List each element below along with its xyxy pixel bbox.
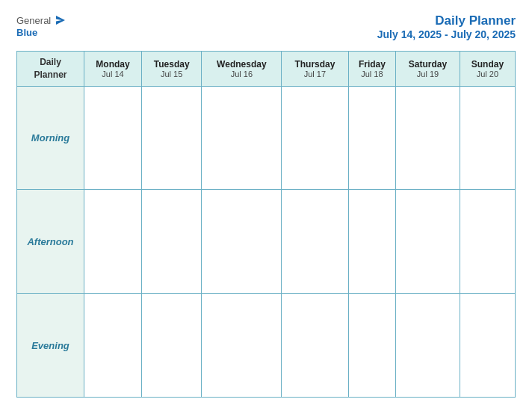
day-date-wednesday: Jul 16 <box>205 69 278 78</box>
day-date-sunday: Jul 20 <box>463 69 512 78</box>
day-name-thursday: Thursday <box>285 59 344 69</box>
day-date-monday: Jul 14 <box>87 69 138 78</box>
morning-tuesday-cell[interactable] <box>141 86 201 190</box>
afternoon-sunday-cell[interactable] <box>460 190 515 294</box>
afternoon-label: Afternoon <box>17 190 84 294</box>
day-date-thursday: Jul 17 <box>285 69 344 78</box>
evening-tuesday-cell[interactable] <box>141 294 201 398</box>
logo: General Blue <box>16 13 67 38</box>
evening-saturday-cell[interactable] <box>396 294 460 398</box>
col-header-tuesday: Tuesday Jul 15 <box>141 52 201 87</box>
evening-sunday-cell[interactable] <box>460 294 515 398</box>
day-date-saturday: Jul 19 <box>399 69 456 78</box>
day-name-tuesday: Tuesday <box>145 59 198 69</box>
svg-marker-0 <box>56 16 65 25</box>
logo-blue-text: Blue <box>16 27 37 38</box>
day-name-monday: Monday <box>87 59 138 69</box>
afternoon-thursday-cell[interactable] <box>282 190 348 294</box>
evening-friday-cell[interactable] <box>348 294 396 398</box>
evening-thursday-cell[interactable] <box>282 294 348 398</box>
day-name-friday: Friday <box>352 59 393 69</box>
page-title: Daily Planner <box>377 13 516 28</box>
evening-row: Evening <box>17 294 516 398</box>
morning-monday-cell[interactable] <box>84 86 142 190</box>
evening-monday-cell[interactable] <box>84 294 142 398</box>
page-header: General Blue Daily Planner July 14, 2025… <box>16 13 516 40</box>
day-date-friday: Jul 18 <box>352 69 393 78</box>
afternoon-wednesday-cell[interactable] <box>202 190 282 294</box>
col-header-monday: Monday Jul 14 <box>84 52 142 87</box>
day-name-sunday: Sunday <box>463 59 512 69</box>
morning-row: Morning <box>17 86 516 190</box>
afternoon-friday-cell[interactable] <box>348 190 396 294</box>
day-date-tuesday: Jul 15 <box>145 69 198 78</box>
evening-label: Evening <box>17 294 84 398</box>
col-header-wednesday: Wednesday Jul 16 <box>202 52 282 87</box>
afternoon-row: Afternoon <box>17 190 516 294</box>
evening-wednesday-cell[interactable] <box>202 294 282 398</box>
morning-wednesday-cell[interactable] <box>202 86 282 190</box>
day-name-wednesday: Wednesday <box>205 59 278 69</box>
col-header-friday: Friday Jul 18 <box>348 52 396 87</box>
afternoon-saturday-cell[interactable] <box>396 190 460 294</box>
morning-friday-cell[interactable] <box>348 86 396 190</box>
corner-line2: Planner <box>34 69 66 80</box>
afternoon-tuesday-cell[interactable] <box>141 190 201 294</box>
morning-sunday-cell[interactable] <box>460 86 515 190</box>
blue-arrow-icon <box>54 13 67 27</box>
morning-saturday-cell[interactable] <box>396 86 460 190</box>
col-header-saturday: Saturday Jul 19 <box>396 52 460 87</box>
col-header-sunday: Sunday Jul 20 <box>460 52 515 87</box>
title-block: Daily Planner July 14, 2025 - July 20, 2… <box>377 13 516 40</box>
day-name-saturday: Saturday <box>399 59 456 69</box>
logo-general-text: General <box>16 15 51 26</box>
morning-thursday-cell[interactable] <box>282 86 348 190</box>
table-corner-header: Daily Planner <box>17 52 84 87</box>
morning-label: Morning <box>17 86 84 190</box>
afternoon-monday-cell[interactable] <box>84 190 142 294</box>
col-header-thursday: Thursday Jul 17 <box>282 52 348 87</box>
corner-line1: Daily <box>40 57 61 67</box>
planner-table: Daily Planner Monday Jul 14 Tuesday Jul … <box>16 51 516 398</box>
date-range: July 14, 2025 - July 20, 2025 <box>377 28 516 40</box>
